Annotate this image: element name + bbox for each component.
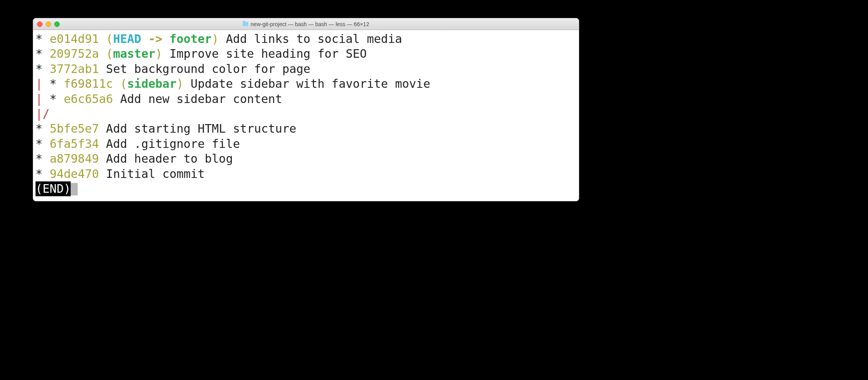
commit-message: Improve site heading for SEO — [162, 47, 367, 60]
commit-message: Add links to social media — [219, 32, 402, 46]
commit-hash: 209752a — [50, 47, 99, 60]
log-line: | * e6c65a6 Add new sidebar content — [36, 92, 576, 107]
refs-close: ) — [155, 47, 162, 60]
commit-message: Initial commit — [99, 167, 205, 181]
commit-hash: a879849 — [50, 152, 99, 165]
folder-icon — [243, 22, 248, 26]
log-line: * 5bfe5e7 Add starting HTML structure — [36, 121, 576, 136]
commit-hash: 94de470 — [50, 167, 99, 181]
commit-hash: e014d91 — [50, 32, 99, 46]
branch-ref: footer — [169, 32, 212, 46]
minimize-button[interactable] — [46, 21, 51, 27]
refs-open: ( — [99, 47, 113, 60]
branch-ref: sidebar — [127, 77, 176, 91]
graph-mark: * — [36, 152, 50, 165]
graph-mark: * — [43, 92, 64, 106]
commit-hash: e6c65a6 — [64, 92, 113, 106]
commit-hash: 5bfe5e7 — [50, 122, 99, 135]
log-line: | * f69811c (sidebar) Update sidebar wit… — [36, 76, 576, 91]
refs-close: ) — [176, 77, 183, 91]
commit-message: Set background color for page — [99, 62, 311, 76]
refs-close: ) — [212, 32, 219, 46]
close-button[interactable] — [37, 21, 43, 27]
terminal-window: new-git-project — bash — bash — less — 6… — [33, 18, 579, 201]
graph-branch-line: | — [36, 77, 43, 91]
log-line: * e014d91 (HEAD -> footer) Add links to … — [36, 32, 576, 46]
titlebar[interactable]: new-git-project — bash — bash — less — 6… — [33, 18, 579, 30]
refs-open: ( — [113, 77, 127, 91]
window-controls — [37, 21, 60, 27]
commit-hash: f69811c — [64, 77, 113, 91]
graph-branch-line: | — [36, 92, 43, 106]
window-title-text: new-git-project — bash — bash — less — 6… — [251, 21, 369, 27]
log-line: * 3772ab1 Set background color for page — [36, 62, 576, 76]
log-line: * a879849 Add header to blog — [36, 151, 576, 166]
graph-mark: * — [36, 47, 50, 60]
commit-message: Add new sidebar content — [113, 92, 282, 106]
log-line: * 6fa5f34 Add .gitignore file — [36, 137, 576, 151]
terminal-output[interactable]: * e014d91 (HEAD -> footer) Add links to … — [33, 30, 579, 201]
graph-mark: * — [43, 77, 64, 91]
log-line: * 94de470 Initial commit — [36, 167, 576, 181]
commit-message: Update sidebar with favorite movie — [183, 77, 430, 91]
commit-message: Add starting HTML structure — [99, 122, 297, 135]
pager-end-marker: (END) — [36, 181, 71, 196]
pager-status-line: (END) — [36, 181, 576, 196]
cursor — [71, 183, 78, 195]
graph-mark: * — [36, 62, 50, 76]
window-title: new-git-project — bash — bash — less — 6… — [33, 21, 579, 27]
commit-hash: 6fa5f34 — [50, 137, 99, 151]
commit-message: Add .gitignore file — [99, 137, 240, 151]
refs-open: ( — [99, 32, 113, 46]
log-line: * 209752a (master) Improve site heading … — [36, 46, 576, 61]
graph-mark: * — [36, 122, 50, 135]
graph-mark: * — [36, 137, 50, 151]
arrow-icon: -> — [141, 32, 169, 46]
graph-merge-line: |/ — [36, 107, 50, 121]
log-line: |/ — [36, 107, 576, 121]
branch-ref: master — [113, 47, 155, 60]
commit-hash: 3772ab1 — [50, 62, 99, 76]
graph-mark: * — [36, 32, 50, 46]
commit-message: Add header to blog — [99, 152, 233, 165]
graph-mark: * — [36, 167, 50, 181]
maximize-button[interactable] — [54, 21, 60, 27]
head-ref: HEAD — [113, 32, 141, 46]
